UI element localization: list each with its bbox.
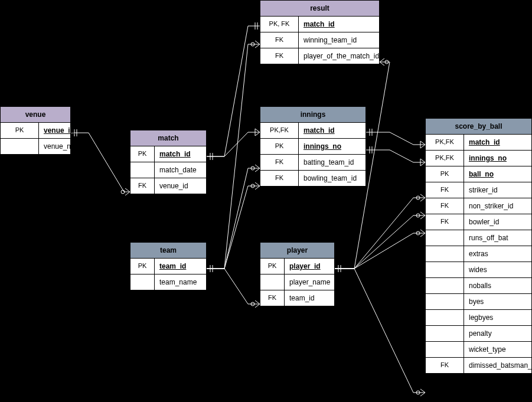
svg-point-8 bbox=[416, 231, 420, 235]
entity-result-header: result bbox=[260, 1, 379, 17]
row-result-pom: FK player_of_the_match_id bbox=[260, 48, 379, 64]
field-name: byes bbox=[464, 294, 531, 309]
row-sbb-nonstriker: FK non_striker_id bbox=[426, 198, 531, 214]
row-sbb-inningsno: PK,FK innings_no bbox=[426, 151, 531, 166]
key-label: PK bbox=[130, 146, 155, 162]
field-name: team_id bbox=[285, 290, 334, 306]
key-label: PK bbox=[426, 166, 464, 182]
row-sbb-striker: FK striker_id bbox=[426, 182, 531, 198]
key-label bbox=[426, 326, 464, 341]
key-label bbox=[426, 310, 464, 325]
key-label: FK bbox=[260, 32, 299, 48]
row-sbb-bowler: FK bowler_id bbox=[426, 214, 531, 230]
key-label: PK, FK bbox=[260, 17, 299, 32]
entity-innings-header: innings bbox=[260, 107, 365, 123]
row-team-name: team_name bbox=[130, 274, 206, 290]
field-name: bowler_id bbox=[464, 214, 531, 230]
row-innings-matchid: PK,FK match_id bbox=[260, 123, 365, 139]
field-name: striker_id bbox=[464, 182, 531, 198]
row-venue-name: venue_name bbox=[1, 139, 70, 154]
field-name: legbyes bbox=[464, 310, 531, 325]
row-player-teamid: FK team_id bbox=[260, 290, 334, 306]
key-label: FK bbox=[426, 214, 464, 230]
row-match-date: match_date bbox=[130, 162, 206, 178]
key-label: PK,FK bbox=[426, 151, 464, 166]
row-player-id: PK player_id bbox=[260, 259, 334, 274]
row-result-matchid: PK, FK match_id bbox=[260, 17, 379, 32]
field-name: player_id bbox=[285, 259, 334, 274]
field-name: match_id bbox=[299, 17, 379, 32]
row-match-venueid: FK venue_id bbox=[130, 178, 206, 194]
field-name: player_name bbox=[285, 274, 335, 290]
field-name: player_of_the_match_id bbox=[299, 48, 384, 64]
field-name: dimissed_batsman_id bbox=[464, 358, 532, 373]
field-name: innings_no bbox=[464, 151, 531, 166]
key-label: PK bbox=[130, 259, 155, 274]
field-name: team_name bbox=[155, 274, 206, 290]
field-name: ball_no bbox=[464, 166, 531, 182]
entity-result: result PK, FK match_id FK winning_team_i… bbox=[260, 0, 380, 64]
field-name: match_date bbox=[155, 162, 206, 178]
field-name: wides bbox=[464, 262, 531, 277]
row-sbb-byes: byes bbox=[426, 294, 531, 310]
key-label: PK,FK bbox=[426, 135, 464, 150]
key-label: FK bbox=[260, 171, 299, 186]
entity-team-header: team bbox=[130, 243, 206, 259]
key-label: FK bbox=[426, 358, 464, 373]
row-sbb-penalty: penalty bbox=[426, 326, 531, 342]
key-label bbox=[426, 230, 464, 246]
entity-innings: innings PK,FK match_id PK innings_no FK … bbox=[260, 106, 366, 187]
field-name: venue_id bbox=[155, 178, 206, 194]
row-player-name: player_name bbox=[260, 274, 334, 290]
row-innings-batting: FK batting_team_id bbox=[260, 155, 365, 171]
row-innings-bowling: FK bowling_team_id bbox=[260, 171, 365, 186]
row-sbb-runsoffbat: runs_off_bat bbox=[426, 230, 531, 246]
field-name: innings_no bbox=[299, 139, 365, 154]
entity-player-header: player bbox=[260, 243, 334, 259]
field-name: winning_team_id bbox=[299, 32, 379, 48]
key-label: FK bbox=[260, 48, 299, 64]
key-label: FK bbox=[426, 182, 464, 198]
row-venue-id: PK venue_id bbox=[1, 123, 70, 139]
field-name: venue_id bbox=[39, 123, 79, 138]
key-label bbox=[426, 246, 464, 262]
svg-point-1 bbox=[251, 43, 254, 46]
entity-sbb-header: score_by_ball bbox=[426, 119, 531, 135]
field-name: venue_name bbox=[39, 139, 89, 154]
row-innings-no: PK innings_no bbox=[260, 139, 365, 155]
field-name: team_id bbox=[155, 259, 206, 274]
field-name: bowling_team_id bbox=[299, 171, 365, 186]
entity-match: match PK match_id match_date FK venue_id bbox=[130, 130, 207, 194]
svg-point-5 bbox=[385, 60, 389, 64]
row-sbb-dismissed: FK dimissed_batsman_id bbox=[426, 358, 531, 373]
svg-point-6 bbox=[416, 196, 420, 200]
row-sbb-wickettype: wicket_type bbox=[426, 342, 531, 358]
row-sbb-matchid: PK,FK match_id bbox=[426, 135, 531, 151]
entity-player: player PK player_id player_name FK team_… bbox=[260, 242, 335, 306]
entity-venue-header: venue bbox=[1, 107, 70, 123]
row-sbb-wides: wides bbox=[426, 262, 531, 278]
field-name: batting_team_id bbox=[299, 155, 365, 170]
key-label: PK bbox=[260, 259, 285, 274]
row-match-id: PK match_id bbox=[130, 146, 206, 162]
svg-point-4 bbox=[251, 302, 254, 306]
svg-point-0 bbox=[121, 190, 125, 194]
entity-score-by-ball: score_by_ball PK,FK match_id PK,FK innin… bbox=[425, 118, 532, 374]
row-team-id: PK team_id bbox=[130, 259, 206, 274]
key-label bbox=[426, 278, 464, 293]
field-name: match_id bbox=[299, 123, 365, 138]
field-name: noballs bbox=[464, 278, 531, 293]
key-label bbox=[260, 274, 285, 290]
svg-point-2 bbox=[251, 166, 254, 170]
field-name: match_id bbox=[464, 135, 531, 150]
key-label bbox=[1, 139, 39, 154]
key-label bbox=[426, 342, 464, 357]
field-name: wicket_type bbox=[464, 342, 531, 357]
field-name: match_id bbox=[155, 146, 206, 162]
svg-point-7 bbox=[416, 214, 420, 217]
field-name: penalty bbox=[464, 326, 531, 341]
field-name: extras bbox=[464, 246, 531, 262]
key-label: PK,FK bbox=[260, 123, 299, 138]
key-label: PK bbox=[1, 123, 39, 138]
svg-point-9 bbox=[416, 391, 420, 394]
